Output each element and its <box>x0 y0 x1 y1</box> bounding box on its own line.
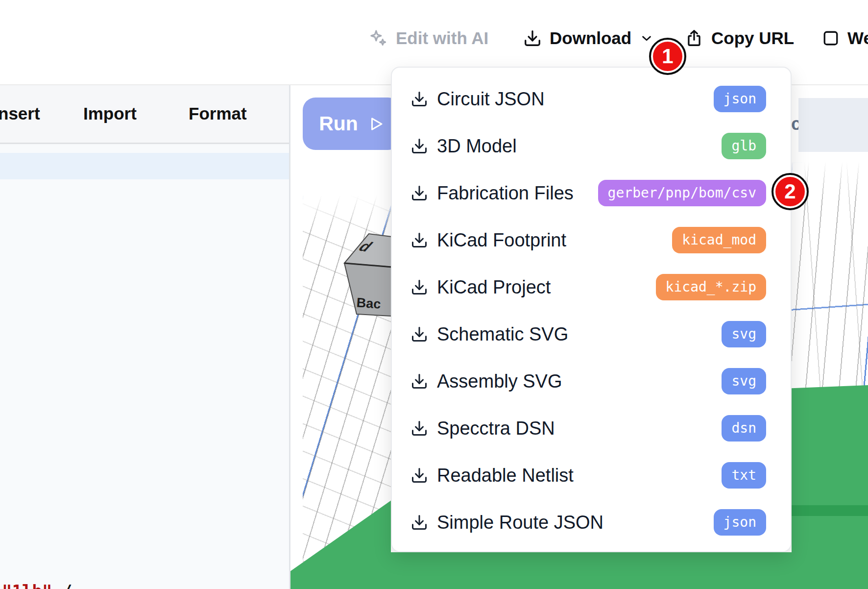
run-label: Run <box>319 112 358 135</box>
download-menu-item-label: Schematic SVG <box>437 324 722 345</box>
download-menu-item-label: Specctra DSN <box>437 418 722 439</box>
webview-toggle[interactable]: We <box>822 23 868 54</box>
pcb-board-plane <box>792 385 868 589</box>
annotation-step-2-number: 2 <box>784 180 796 203</box>
play-icon <box>367 115 385 133</box>
app-page: d Bac chemati Edit with AI Download <box>0 0 868 589</box>
download-menu-item[interactable]: KiCad Project kicad_*.zip <box>392 264 791 311</box>
schematic-tab[interactable] <box>798 98 868 152</box>
file-format-badge: kicad_*.zip <box>656 274 766 300</box>
download-menu-item[interactable]: Simple Route JSON json <box>392 499 791 546</box>
download-menu-item[interactable]: Assembly SVG svg <box>392 358 791 405</box>
code-fragment-text: "1lb" <box>2 581 52 589</box>
download-menu-item[interactable]: 3D Model glb <box>392 123 791 170</box>
download-menu-item[interactable]: KiCad Footprint kicad_mod <box>392 217 791 264</box>
download-menu-item-label: Fabrication Files <box>437 183 598 204</box>
download-menu-item[interactable]: Specctra DSN dsn <box>392 405 791 452</box>
file-format-badge: kicad_mod <box>672 227 766 253</box>
download-menu-item-label: Circuit JSON <box>437 89 714 110</box>
download-label: Download <box>550 28 631 48</box>
edit-with-ai-button[interactable]: Edit with AI <box>368 23 488 54</box>
copy-url-label: Copy URL <box>711 28 794 48</box>
download-icon <box>410 90 428 108</box>
download-menu-item[interactable]: Schematic SVG svg <box>392 311 791 358</box>
download-icon <box>410 278 428 296</box>
chevron-down-icon <box>639 31 654 46</box>
download-menu-item[interactable]: Circuit JSON json <box>392 75 791 123</box>
file-format-badge: json <box>714 86 766 112</box>
orientation-cube[interactable]: d Bac <box>338 230 392 319</box>
editor-panel: nsert Import Format "1lb" / <box>0 85 290 589</box>
file-format-badge: svg <box>722 368 766 394</box>
download-menu-item-label: Readable Netlist <box>437 465 722 486</box>
checkbox-icon <box>822 29 840 47</box>
download-icon <box>410 419 428 437</box>
edit-with-ai-label: Edit with AI <box>396 28 488 48</box>
download-icon <box>410 466 428 484</box>
download-menu-item-label: Simple Route JSON <box>437 512 714 533</box>
editor-menubar: nsert Import Format <box>0 85 289 144</box>
annotation-step-2-badge: 2 <box>773 175 807 208</box>
webview-label: We <box>847 28 868 48</box>
download-button[interactable]: Download <box>523 23 654 54</box>
download-dropdown-menu: Circuit JSON json 3D Model glb Fabricati… <box>391 67 792 552</box>
share-icon <box>685 29 703 48</box>
download-menu-item-label: KiCad Footprint <box>437 230 672 251</box>
copy-url-button[interactable]: Copy URL <box>685 23 794 54</box>
file-format-badge: dsn <box>722 415 766 442</box>
download-icon <box>410 372 428 390</box>
code-fragment-slash: / <box>62 581 72 589</box>
download-menu-item[interactable]: Fabrication Files gerber/pnp/bom/csv <box>392 170 791 217</box>
file-format-badge: glb <box>722 133 766 159</box>
annotation-step-1-number: 1 <box>662 45 673 68</box>
download-menu-item-label: Assembly SVG <box>437 371 722 392</box>
download-icon <box>523 29 542 48</box>
annotation-step-1-badge: 1 <box>651 40 684 73</box>
file-format-badge: svg <box>722 321 766 347</box>
download-icon <box>410 184 428 202</box>
file-format-badge: json <box>714 509 766 536</box>
editor-highlighted-line[interactable] <box>0 153 289 179</box>
editor-code-fragment: "1lb" / <box>2 581 72 589</box>
cube-front-label: Bac <box>356 295 382 311</box>
download-icon <box>410 231 428 249</box>
pcb-board-edge <box>792 505 868 516</box>
sparkles-icon <box>368 28 388 48</box>
run-button[interactable]: Run <box>303 98 401 150</box>
download-menu-item-label: 3D Model <box>437 136 722 157</box>
file-format-badge: txt <box>722 462 766 489</box>
file-format-badge: gerber/pnp/bom/csv <box>598 180 766 206</box>
download-menu-item[interactable]: Readable Netlist txt <box>392 452 791 499</box>
download-icon <box>410 514 428 531</box>
download-menu-item-label: KiCad Project <box>437 277 656 298</box>
menubar-item-import[interactable]: Import <box>83 104 137 123</box>
menubar-item-insert[interactable]: nsert <box>0 104 40 123</box>
menubar-item-format[interactable]: Format <box>189 104 247 123</box>
download-icon <box>410 137 428 155</box>
download-icon <box>410 325 428 343</box>
pcb-board-plane <box>391 552 792 589</box>
